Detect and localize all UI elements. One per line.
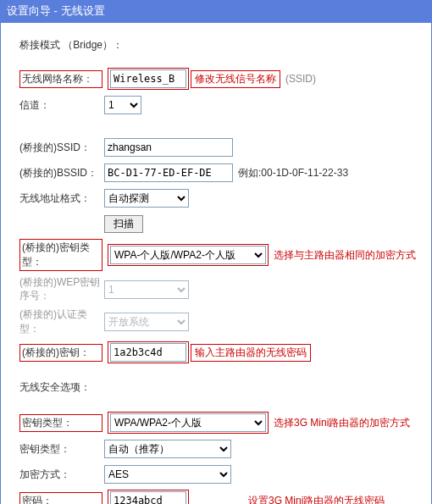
wireless-name-row: 无线网络名称： 修改无线信号名称 (SSID) [11, 68, 421, 90]
bridge-pwd-annotation: 输入主路由器的无线密码 [195, 346, 307, 360]
page-title: 设置向导 - 无线设置 [7, 4, 105, 17]
bridge-pwd-input[interactable] [110, 343, 186, 362]
key-type2-row: 密钥类型： 自动（推荐） [11, 439, 421, 459]
bridge-key-type-label: (桥接的)密钥类型： [22, 241, 100, 269]
enc-select[interactable]: AES [104, 465, 231, 484]
ssid-suffix: (SSID) [285, 73, 316, 85]
bridge-wep-label: (桥接的)WEP密钥序号： [11, 276, 104, 302]
key-type2-label: 密钥类型： [11, 442, 104, 457]
bridge-key-type-row: (桥接的)密钥类型： WPA-个人版/WPA2-个人版 选择与主路由器相同的加密… [11, 239, 421, 271]
bridge-wep-select: 1 [104, 280, 189, 299]
pwd-annotation: 设置3G Mini路由器的无线密码 [248, 494, 385, 504]
scan-row: 扫描 [11, 213, 421, 234]
enc-label: 加密方式： [11, 468, 104, 482]
bridge-bssid-label: (桥接的)BSSID： [11, 166, 104, 180]
wireless-name-label: 无线网络名称： [22, 72, 100, 86]
bridge-bssid-input[interactable] [104, 163, 233, 182]
bridge-bssid-example: 例如:00-1D-0F-11-22-33 [238, 166, 348, 180]
bridge-wep-row: (桥接的)WEP密钥序号： 1 [11, 276, 421, 302]
wireless-name-annotation: 修改无线信号名称 [195, 72, 276, 86]
addr-format-label: 无线地址格式： [11, 191, 104, 206]
bridge-auth-select: 开放系统 [104, 313, 189, 331]
bridge-key-type-select[interactable]: WPA-个人版/WPA2-个人版 [110, 246, 266, 264]
bridge-pwd-row: (桥接的)密钥： 输入主路由器的无线密码 [11, 341, 421, 363]
key-type-select[interactable]: WPA/WPA2-个人版 [110, 413, 266, 432]
key-type-annotation: 选择3G Mini路由器的加密方式 [274, 416, 410, 430]
channel-select[interactable]: 1 [104, 96, 141, 114]
pwd-input[interactable] [110, 491, 186, 504]
key-type-row: 密钥类型： WPA/WPA2-个人版 选择3G Mini路由器的加密方式 [11, 412, 421, 434]
bridge-mode-label: 桥接模式 （Bridge）： [19, 38, 421, 53]
security-label: 无线安全选项： [19, 380, 421, 395]
bridge-key-type-annotation: 选择与主路由器相同的加密方式 [274, 248, 416, 263]
pwd-label: 密码： [22, 494, 100, 504]
enc-row: 加密方式： AES [11, 464, 421, 485]
channel-label: 信道： [11, 98, 104, 113]
pwd-row: 密码： 设置3G Mini路由器的无线密码 [11, 490, 421, 504]
bridge-bssid-row: (桥接的)BSSID： 例如:00-1D-0F-11-22-33 [11, 163, 421, 183]
bridge-pwd-label: (桥接的)密钥： [22, 346, 100, 360]
wireless-name-input[interactable] [110, 69, 186, 88]
bridge-auth-row: (桥接的)认证类型： 开放系统 [11, 307, 421, 336]
bridge-ssid-input[interactable] [104, 138, 233, 157]
addr-format-select[interactable]: 自动探测 [104, 189, 189, 208]
title-bar: 设置向导 - 无线设置 [0, 0, 432, 22]
bridge-auth-label: (桥接的)认证类型： [11, 307, 104, 336]
addr-format-row: 无线地址格式： 自动探测 [11, 188, 421, 208]
key-type2-select[interactable]: 自动（推荐） [104, 440, 231, 458]
channel-row: 信道： 1 [11, 95, 421, 115]
bridge-ssid-label: (桥接的)SSID： [11, 141, 104, 155]
scan-button[interactable]: 扫描 [104, 215, 143, 233]
bridge-ssid-row: (桥接的)SSID： [11, 137, 421, 158]
content-panel: 桥接模式 （Bridge）： 无线网络名称： 修改无线信号名称 (SSID) 信… [0, 22, 432, 504]
key-type-label: 密钥类型： [22, 416, 100, 430]
